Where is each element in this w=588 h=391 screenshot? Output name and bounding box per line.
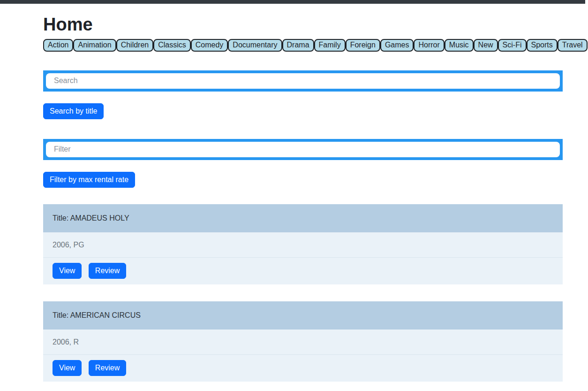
- genre-button-action[interactable]: Action: [43, 39, 73, 52]
- page-title: Home: [43, 14, 563, 36]
- search-by-title-button[interactable]: Search by title: [43, 103, 104, 119]
- movie-title: Title: AMADEUS HOLY: [43, 204, 563, 232]
- genre-button-sci-fi[interactable]: Sci-Fi: [498, 39, 527, 52]
- search-band: [43, 70, 563, 92]
- genre-button-family[interactable]: Family: [314, 39, 346, 52]
- main-content: Home ActionAnimationChildrenClassicsCome…: [43, 14, 563, 382]
- movie-title: Title: AMERICAN CIRCUS: [43, 301, 563, 330]
- genre-row: ActionAnimationChildrenClassicsComedyDoc…: [43, 39, 563, 52]
- search-input[interactable]: [46, 73, 560, 89]
- genre-button-games[interactable]: Games: [380, 39, 414, 52]
- genre-button-drama[interactable]: Drama: [282, 39, 314, 52]
- filter-band: [43, 139, 563, 160]
- review-button[interactable]: Review: [89, 263, 126, 279]
- movie-details: 2006, R: [43, 330, 563, 354]
- movie-details: 2006, PG: [43, 232, 563, 257]
- movie-card-footer: View Review: [43, 257, 563, 284]
- movie-card: Title: AMADEUS HOLY 2006, PG View Review: [43, 204, 563, 284]
- filter-by-max-rental-rate-button[interactable]: Filter by max rental rate: [43, 172, 135, 188]
- genre-button-music[interactable]: Music: [445, 39, 474, 52]
- filter-input[interactable]: [46, 142, 560, 157]
- movie-card: Title: AMERICAN CIRCUS 2006, R View Revi…: [43, 301, 563, 382]
- genre-button-comedy[interactable]: Comedy: [191, 39, 228, 52]
- movie-card-footer: View Review: [43, 354, 563, 382]
- genre-button-foreign[interactable]: Foreign: [346, 39, 380, 52]
- genre-button-sports[interactable]: Sports: [527, 39, 558, 52]
- genre-button-travel[interactable]: Travel: [558, 39, 588, 52]
- review-button[interactable]: Review: [89, 360, 126, 376]
- genre-button-documentary[interactable]: Documentary: [228, 39, 282, 52]
- genre-button-animation[interactable]: Animation: [73, 39, 116, 52]
- genre-button-children[interactable]: Children: [116, 39, 154, 52]
- view-button[interactable]: View: [53, 263, 82, 279]
- genre-button-new[interactable]: New: [474, 39, 498, 52]
- genre-button-classics[interactable]: Classics: [153, 39, 191, 52]
- genre-button-horror[interactable]: Horror: [414, 39, 444, 52]
- view-button[interactable]: View: [53, 360, 82, 376]
- movie-list: Title: AMADEUS HOLY 2006, PG View Review…: [43, 204, 563, 382]
- top-accent-bar: [0, 0, 585, 4]
